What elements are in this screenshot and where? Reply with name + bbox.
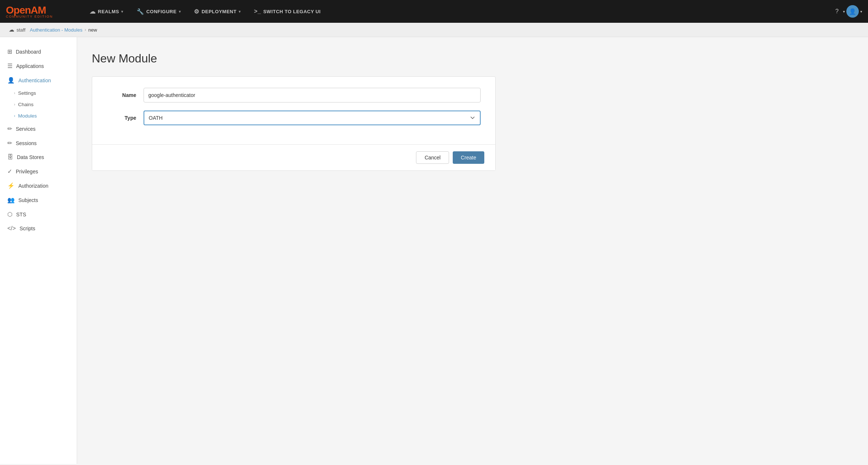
nav-configure[interactable]: 🔧 CONFIGURE ▾	[130, 0, 188, 23]
authorization-icon: ⚡	[7, 182, 15, 189]
sidebar-applications-label: Applications	[16, 63, 44, 69]
services-icon: ✏	[7, 125, 12, 132]
form-footer: Cancel Create	[92, 145, 495, 170]
sidebar-item-subjects[interactable]: 👥 Subjects	[0, 193, 77, 207]
sidebar-item-sessions[interactable]: ✏ Sessions	[0, 136, 77, 150]
sidebar-auth-submenu: › Settings › Chains › Modules	[0, 87, 77, 122]
realms-chevron-icon: ▾	[121, 10, 123, 14]
sidebar-item-dashboard[interactable]: ⊞ Dashboard	[0, 44, 77, 59]
content-area: New Module Name Type OATH Cancel Create	[77, 37, 868, 464]
data-stores-icon: 🗄	[7, 154, 13, 161]
nav-right: ? ▾ 👤 ▾	[832, 5, 862, 18]
sidebar-settings-label: Settings	[18, 90, 36, 96]
sidebar-sessions-label: Sessions	[16, 140, 37, 146]
breadcrumb-arrow: ›	[84, 27, 86, 32]
logo-text: OpenAM	[6, 4, 46, 16]
scripts-icon: </>	[7, 225, 16, 232]
authentication-icon: 👤	[7, 77, 15, 84]
deployment-chevron-icon: ▾	[239, 10, 241, 14]
create-button[interactable]: Create	[453, 151, 484, 164]
dashboard-icon: ⊞	[7, 48, 12, 55]
sidebar-chains-label: Chains	[18, 102, 33, 107]
nav-legacy[interactable]: >_ SWITCH TO LEGACY UI	[247, 0, 328, 23]
type-label: Type	[107, 115, 144, 121]
wrench-icon: 🔧	[137, 8, 144, 15]
configure-chevron-icon: ▾	[179, 10, 181, 14]
main-layout: ⊞ Dashboard ☰ Applications 👤 Authenticat…	[0, 37, 868, 464]
sidebar-item-privileges[interactable]: ✓ Privileges	[0, 164, 77, 179]
help-icon[interactable]: ?	[832, 5, 842, 18]
top-nav: OpenAM COMMUNITY EDITION ☁ REALMS ▾ 🔧 CO…	[0, 0, 868, 23]
nav-legacy-label: SWITCH TO LEGACY UI	[263, 9, 321, 14]
new-module-form-card: Name Type OATH Cancel Create	[92, 76, 496, 171]
nav-deployment[interactable]: ⚙ DEPLOYMENT ▾	[187, 0, 247, 23]
sidebar-item-services[interactable]: ✏ Services	[0, 122, 77, 136]
settings-chevron-icon: ›	[14, 91, 15, 95]
cancel-button[interactable]: Cancel	[416, 151, 449, 164]
sidebar: ⊞ Dashboard ☰ Applications 👤 Authenticat…	[0, 37, 77, 464]
user-avatar[interactable]: 👤	[846, 5, 859, 18]
name-label: Name	[107, 92, 144, 98]
logo: OpenAM COMMUNITY EDITION	[6, 4, 83, 18]
sessions-icon: ✏	[7, 140, 12, 147]
nav-items: ☁ REALMS ▾ 🔧 CONFIGURE ▾ ⚙ DEPLOYMENT ▾ …	[83, 0, 832, 23]
sidebar-item-applications[interactable]: ☰ Applications	[0, 59, 77, 73]
sidebar-item-data-stores[interactable]: 🗄 Data Stores	[0, 150, 77, 164]
sidebar-item-modules[interactable]: › Modules	[14, 110, 77, 122]
sidebar-authentication-label: Authentication	[18, 78, 51, 83]
sidebar-privileges-label: Privileges	[16, 169, 38, 174]
type-row: Type OATH	[107, 111, 481, 125]
sidebar-item-authorization[interactable]: ⚡ Authorization	[0, 179, 77, 193]
breadcrumb-realm: ☁ staff	[9, 26, 25, 33]
breadcrumb-cloud-icon: ☁	[9, 26, 14, 33]
sidebar-data-stores-label: Data Stores	[17, 154, 44, 160]
nav-realms[interactable]: ☁ REALMS ▾	[83, 0, 130, 23]
sts-icon: ⬡	[7, 211, 12, 218]
applications-icon: ☰	[7, 62, 12, 69]
subjects-icon: 👥	[7, 197, 15, 203]
help-chevron-icon: ▾	[843, 10, 845, 14]
cloud-nav-icon: ☁	[90, 8, 96, 15]
sidebar-item-authentication[interactable]: 👤 Authentication	[0, 73, 77, 87]
nav-configure-label: CONFIGURE	[146, 9, 177, 14]
sidebar-authorization-label: Authorization	[18, 183, 48, 189]
modules-chevron-icon: ›	[14, 114, 15, 118]
privileges-icon: ✓	[7, 168, 12, 175]
sidebar-scripts-label: Scripts	[19, 226, 35, 231]
name-input[interactable]	[144, 88, 481, 102]
terminal-icon: >_	[254, 8, 261, 15]
breadcrumb-link[interactable]: Authentication - Modules	[30, 27, 82, 33]
sidebar-sts-label: STS	[16, 212, 26, 217]
breadcrumb-bar: ☁ staff Authentication - Modules › new	[0, 23, 868, 37]
sidebar-services-label: Services	[16, 126, 36, 132]
form-body: Name Type OATH	[92, 77, 495, 144]
sidebar-item-scripts[interactable]: </> Scripts	[0, 221, 77, 235]
avatar-chevron-icon: ▾	[860, 10, 862, 14]
sidebar-item-sts[interactable]: ⬡ STS	[0, 207, 77, 221]
breadcrumb-current: new	[88, 27, 97, 33]
breadcrumb-realm-label: staff	[17, 27, 25, 33]
sidebar-dashboard-label: Dashboard	[16, 49, 41, 55]
sidebar-item-settings[interactable]: › Settings	[14, 87, 77, 99]
sidebar-item-chains[interactable]: › Chains	[14, 99, 77, 110]
nav-deployment-label: DEPLOYMENT	[202, 9, 236, 14]
type-select[interactable]: OATH	[144, 111, 481, 125]
deployment-icon: ⚙	[194, 8, 199, 15]
sidebar-modules-label: Modules	[18, 113, 37, 119]
chains-chevron-icon: ›	[14, 102, 15, 107]
name-row: Name	[107, 88, 481, 102]
sidebar-subjects-label: Subjects	[18, 197, 38, 203]
page-title: New Module	[92, 52, 853, 65]
nav-realms-label: REALMS	[98, 9, 119, 14]
logo-sub: COMMUNITY EDITION	[6, 15, 53, 18]
